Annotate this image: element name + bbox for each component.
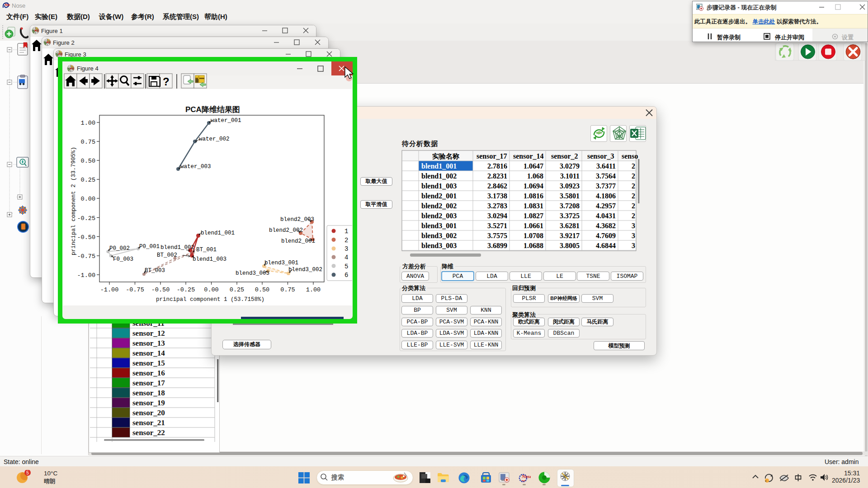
svg-text:0.75: 0.75 [81, 139, 95, 145]
svg-text:3.0279: 3.0279 [560, 162, 580, 170]
svg-text:blend1_002: blend1_002 [421, 172, 457, 180]
svg-text:Nose: Nose [5, 3, 10, 6]
svg-text:sensor_15: sensor_15 [132, 359, 165, 367]
svg-text:3.2783: 3.2783 [487, 202, 507, 210]
svg-text:3: 3 [632, 232, 635, 239]
svg-text:-0.75: -0.75 [126, 286, 144, 293]
svg-text:4.7609: 4.7609 [596, 232, 616, 239]
svg-text:1.0827: 1.0827 [524, 212, 543, 220]
svg-text:4: 4 [344, 254, 348, 261]
svg-text:2.8231: 2.8231 [487, 172, 507, 180]
svg-text:0.50: 0.50 [255, 286, 269, 293]
svg-text:blend1_002: blend1_002 [160, 244, 194, 251]
svg-text:blend3_001: blend3_001 [264, 260, 298, 266]
svg-text:sensor_2: sensor_2 [551, 152, 578, 160]
svg-text:water_002: water_002 [199, 136, 230, 142]
svg-text:3.5271: 3.5271 [487, 222, 507, 230]
svg-text:blend3_002: blend3_002 [421, 232, 457, 239]
svg-text:blend2_001: blend2_001 [281, 238, 315, 244]
svg-text:3.7208: 3.7208 [560, 202, 580, 210]
svg-text:3.7575: 3.7575 [487, 232, 507, 239]
svg-text:blend1_001: blend1_001 [201, 230, 235, 236]
svg-text:blend2_001: blend2_001 [421, 192, 457, 200]
svg-text:blend3_002: blend3_002 [288, 267, 322, 273]
svg-text:5: 5 [26, 470, 29, 475]
svg-text:3.0923: 3.0923 [560, 182, 580, 190]
svg-text:-0.50: -0.50 [151, 286, 170, 293]
svg-text:2: 2 [632, 182, 635, 190]
svg-text:3.6899: 3.6899 [487, 242, 507, 249]
svg-text:sensor_19: sensor_19 [132, 399, 165, 407]
svg-text:3.6411: 3.6411 [596, 162, 616, 170]
svg-text:PCA降维结果图: PCA降维结果图 [185, 105, 240, 114]
svg-text:1.0708: 1.0708 [524, 232, 543, 239]
svg-text:principal component 2 (33.7905: principal component 2 (33.7905%) [71, 147, 77, 255]
svg-text:principal component 1 (53.7158: principal component 1 (53.7158%) [156, 296, 264, 303]
svg-text:4.2957: 4.2957 [596, 202, 616, 210]
svg-text:-0.50: -0.50 [77, 234, 95, 241]
svg-text:4.1806: 4.1806 [596, 192, 616, 200]
svg-text:P0_001: P0_001 [139, 244, 160, 250]
svg-text:?: ? [163, 75, 170, 88]
svg-text:2.8462: 2.8462 [487, 182, 507, 190]
svg-text:-0.25: -0.25 [77, 215, 95, 222]
svg-text:F0_003: F0_003 [113, 256, 133, 263]
svg-text:3.5801: 3.5801 [560, 192, 580, 200]
svg-text:sensor_13: sensor_13 [132, 339, 165, 347]
svg-text:BT_002: BT_002 [157, 252, 177, 258]
svg-text:3.7564: 3.7564 [596, 172, 616, 180]
svg-text:water_001: water_001 [211, 117, 241, 124]
svg-text:sensor_22: sensor_22 [132, 428, 165, 437]
svg-text:0.50: 0.50 [81, 158, 95, 164]
svg-text:-1.00: -1.00 [77, 272, 95, 279]
svg-text:3.1738: 3.1738 [487, 192, 507, 200]
svg-text:2: 2 [632, 172, 635, 180]
svg-text:3: 3 [632, 222, 635, 230]
svg-text:sensor_14: sensor_14 [132, 349, 165, 357]
svg-text:blend2_003: blend2_003 [280, 216, 314, 223]
svg-text:2: 2 [632, 212, 635, 220]
svg-text:sensor_12: sensor_12 [132, 329, 165, 338]
svg-text:0.00: 0.00 [204, 286, 218, 293]
svg-text:0.00: 0.00 [81, 196, 95, 202]
svg-text:sensor_3: sensor_3 [587, 152, 614, 160]
svg-text:2: 2 [344, 237, 348, 244]
svg-text:0.25: 0.25 [81, 177, 95, 183]
svg-text:1: 1 [344, 228, 348, 235]
svg-text:blend3_003: blend3_003 [236, 270, 269, 277]
svg-text:3.1011: 3.1011 [560, 172, 580, 180]
svg-text:3.7377: 3.7377 [596, 182, 616, 190]
svg-text:2.7816: 2.7816 [487, 162, 507, 170]
svg-text:sensor_21: sensor_21 [132, 418, 165, 427]
svg-text:1.068: 1.068 [527, 172, 543, 180]
svg-text:water_003: water_003 [180, 164, 211, 170]
svg-text:5: 5 [344, 263, 348, 270]
svg-text:2: 2 [632, 192, 635, 200]
svg-text:1.0647: 1.0647 [524, 162, 543, 170]
svg-text:6: 6 [344, 272, 348, 279]
svg-text:blend2_002: blend2_002 [421, 202, 457, 210]
svg-text:sensor_16: sensor_16 [132, 369, 165, 377]
svg-text:senso: senso [622, 152, 638, 160]
svg-text:sensor_17: sensor_17 [132, 379, 165, 387]
svg-text:3: 3 [632, 242, 635, 249]
svg-text:3.9217: 3.9217 [560, 232, 580, 239]
svg-text:1.0816: 1.0816 [524, 192, 543, 200]
svg-text:blend3_001: blend3_001 [421, 222, 457, 230]
svg-text:BT_001: BT_001 [196, 247, 217, 253]
svg-text:sensor_17: sensor_17 [476, 152, 507, 160]
svg-text:1.0688: 1.0688 [524, 242, 543, 249]
svg-text:sensor_14: sensor_14 [513, 152, 544, 160]
svg-text:-0.25: -0.25 [177, 286, 195, 293]
svg-text:1.0661: 1.0661 [524, 222, 543, 230]
svg-text:sensor_20: sensor_20 [132, 408, 165, 417]
svg-text:blend1_001: blend1_001 [421, 162, 457, 170]
svg-text:3.8005: 3.8005 [560, 242, 580, 249]
svg-text:1.00: 1.00 [306, 286, 321, 293]
svg-text:2: 2 [632, 162, 635, 170]
svg-text:3.3725: 3.3725 [560, 212, 580, 220]
svg-text:3.0294: 3.0294 [487, 212, 507, 220]
svg-text:-1.00: -1.00 [100, 286, 119, 293]
svg-text:4.6844: 4.6844 [596, 242, 616, 249]
svg-text:P0_002: P0_002 [109, 245, 130, 252]
